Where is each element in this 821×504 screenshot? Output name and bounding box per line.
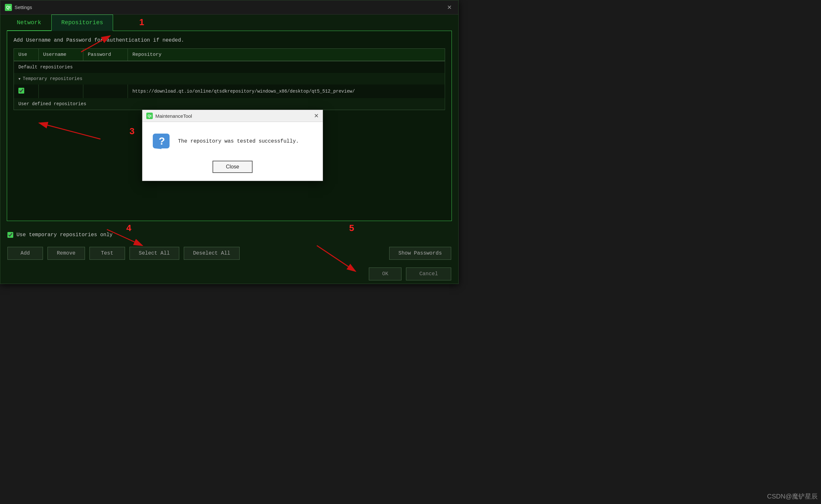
user-repos-label: User defined repositories <box>14 98 445 110</box>
title-bar-left: Qt Settings <box>5 4 32 11</box>
col-use: Use <box>14 49 39 61</box>
dialog-buttons: Close <box>142 157 323 181</box>
col-password: Password <box>83 49 127 61</box>
svg-text:?: ? <box>158 135 165 147</box>
col-repository: Repository <box>127 49 445 61</box>
tab-network[interactable]: Network <box>7 15 51 31</box>
repo-use-cell <box>14 85 39 98</box>
tab-repositories[interactable]: Repositories <box>51 15 113 31</box>
dialog-qt-logo-icon: Qt <box>146 113 153 119</box>
default-repos-label: Default repositories <box>14 61 445 73</box>
show-passwords-button[interactable]: Show Passwords <box>389 247 451 260</box>
group-user-defined: User defined repositories <box>14 98 445 110</box>
repository-table: Use Username Password Repository Default… <box>14 48 445 110</box>
dialog-content: ? The repository was tested successfully… <box>142 122 323 157</box>
window-title: Settings <box>15 5 32 10</box>
dialog-close-button[interactable]: ✕ <box>314 113 319 119</box>
ok-cancel-row: OK Cancel <box>0 264 458 284</box>
dialog-title-bar: Qt MaintenanceTool ✕ <box>142 110 323 122</box>
question-icon: ? <box>152 132 171 151</box>
col-username: Username <box>38 49 83 61</box>
title-bar: Qt Settings ✕ <box>0 0 458 15</box>
dialog-close-action-button[interactable]: Close <box>213 161 253 173</box>
use-temp-label: Use temporary repositories only <box>16 232 113 238</box>
dialog-message: The repository was tested successfully. <box>178 138 299 144</box>
window-close-button[interactable]: ✕ <box>445 4 454 11</box>
table-row: https://download.qt.io/online/qtsdkrepos… <box>14 85 445 98</box>
ok-button[interactable]: OK <box>369 267 401 280</box>
use-temp-row: Use temporary repositories only <box>0 227 458 242</box>
test-button[interactable]: Test <box>89 247 125 260</box>
use-temp-checkbox[interactable] <box>7 232 13 238</box>
group-temporary[interactable]: Temporary repositories <box>14 73 445 85</box>
repo-url-cell: https://download.qt.io/online/qtsdkrepos… <box>127 85 445 98</box>
qt-logo-icon: Qt <box>5 4 12 11</box>
dialog-title-text: MaintenanceTool <box>155 113 192 119</box>
group-default: Default repositories <box>14 61 445 73</box>
repo-password-cell <box>83 85 127 98</box>
tabs-bar: Network Repositories <box>0 15 458 31</box>
bottom-buttons: Add Remove Test Select All Deselect All … <box>0 242 458 264</box>
select-all-button[interactable]: Select All <box>129 247 179 260</box>
remove-button[interactable]: Remove <box>47 247 85 260</box>
dialog-title-left: Qt MaintenanceTool <box>146 113 192 119</box>
watermark: CSDN@魔铲星辰 <box>767 492 818 501</box>
temporary-repos-label[interactable]: Temporary repositories <box>14 73 445 85</box>
cancel-button[interactable]: Cancel <box>406 267 451 280</box>
deselect-all-button[interactable]: Deselect All <box>184 247 240 260</box>
description-text: Add Username and Password for authentica… <box>14 37 445 43</box>
repo-username-cell <box>38 85 83 98</box>
add-button[interactable]: Add <box>7 247 43 260</box>
repo-checkbox[interactable] <box>18 88 24 94</box>
maintenance-dialog: Qt MaintenanceTool ✕ ? The repository wa… <box>142 110 323 181</box>
